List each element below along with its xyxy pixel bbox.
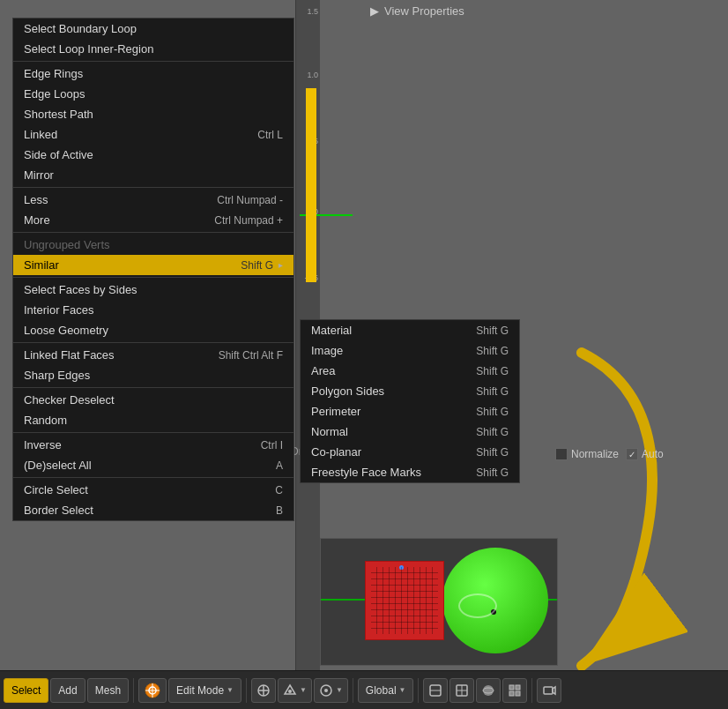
menu-label-similar: Similar xyxy=(24,258,59,272)
separator-toolbar-2 xyxy=(246,678,247,703)
submenu-item-material[interactable]: Material Shift G xyxy=(301,320,519,340)
overlay-toggle-button[interactable] xyxy=(423,678,448,703)
green-sphere xyxy=(442,548,548,653)
submenu-shortcut-normal: Shift G xyxy=(476,426,509,438)
menu-label-inverse: Inverse xyxy=(24,438,62,452)
svg-rect-19 xyxy=(509,685,514,690)
add-button[interactable]: Add xyxy=(50,678,85,703)
sphere-circle xyxy=(458,593,497,618)
menu-item-random[interactable]: Random xyxy=(13,410,293,430)
menu-item-less[interactable]: Less Ctrl Numpad - xyxy=(13,190,293,210)
menu-item-select-boundary-loop[interactable]: Select Boundary Loop xyxy=(13,19,293,39)
svg-rect-20 xyxy=(516,685,520,690)
bottom-toolbar: Select Add Mesh Edit Mode ▼ ▼ xyxy=(0,670,728,709)
menu-item-interior-faces[interactable]: Interior Faces xyxy=(13,300,293,320)
menu-item-deselect-all[interactable]: (De)select All A xyxy=(13,455,293,475)
normalize-checkbox[interactable] xyxy=(555,448,568,460)
menu-item-shortest-path[interactable]: Shortest Path xyxy=(13,104,293,124)
transform-button[interactable] xyxy=(251,678,276,703)
global-arrow: ▼ xyxy=(399,686,406,694)
menu-label-mirror: Mirror xyxy=(24,168,54,182)
view-properties-label: View Properties xyxy=(384,4,464,18)
menu-label-ungrouped-verts: Ungrouped Verts xyxy=(24,238,110,251)
menu-item-mirror[interactable]: Mirror xyxy=(13,165,293,185)
select-button[interactable]: Select xyxy=(4,678,48,703)
shortcut-border-select: B xyxy=(276,504,283,517)
auto-checkbox[interactable]: ✓ xyxy=(626,448,638,460)
menu-label-sharp-edges: Sharp Edges xyxy=(24,369,90,382)
normalize-label: Normalize xyxy=(571,448,619,460)
shortcut-more: Ctrl Numpad + xyxy=(214,214,283,227)
submenu-shortcut-material: Shift G xyxy=(476,325,509,337)
blender-icon xyxy=(145,683,160,698)
menu-item-edge-loops[interactable]: Edge Loops xyxy=(13,84,293,104)
auto-label: Auto xyxy=(642,448,664,460)
menu-item-linked[interactable]: Linked Ctrl L xyxy=(13,124,293,145)
proportional-icon xyxy=(319,683,333,698)
submenu-label-material: Material xyxy=(311,324,352,337)
menu-label-less: Less xyxy=(24,193,48,206)
menu-item-select-faces-by-sides[interactable]: Select Faces by Sides xyxy=(13,280,293,300)
snap-icon xyxy=(283,683,297,698)
grid-button[interactable] xyxy=(502,678,527,703)
overlays-icon xyxy=(428,683,442,698)
normalize-checkbox-item[interactable]: Normalize xyxy=(555,448,619,460)
shortcut-less: Ctrl Numpad - xyxy=(217,194,283,206)
menu-item-select-loop-inner[interactable]: Select Loop Inner-Region xyxy=(13,39,293,59)
solid-button[interactable] xyxy=(476,678,501,703)
camera-icon xyxy=(542,683,556,698)
edit-mode-arrow: ▼ xyxy=(227,686,234,694)
submenu-shortcut-polygon-sides: Shift G xyxy=(476,385,509,398)
submenu-item-perimeter[interactable]: Perimeter Shift G xyxy=(301,401,519,422)
menu-item-circle-select[interactable]: Circle Select C xyxy=(13,480,293,500)
yellow-indicator-bar xyxy=(306,88,316,282)
wire-button[interactable] xyxy=(449,678,474,703)
edit-mode-button[interactable]: Edit Mode ▼ xyxy=(168,678,241,703)
mesh-button[interactable]: Mesh xyxy=(87,678,129,703)
svg-rect-22 xyxy=(516,691,520,696)
submenu-item-co-planar[interactable]: Co-planar Shift G xyxy=(301,442,519,462)
menu-label-more: More xyxy=(24,213,50,227)
menu-item-similar[interactable]: Similar Shift G ▸ xyxy=(13,255,293,275)
menu-label-interior-faces: Interior Faces xyxy=(24,303,93,317)
menu-item-linked-flat-faces[interactable]: Linked Flat Faces Shift Ctrl Alt F xyxy=(13,345,293,365)
submenu-item-normal[interactable]: Normal Shift G xyxy=(301,422,519,442)
shortcut-deselect-all: A xyxy=(276,459,283,472)
menu-item-loose-geometry[interactable]: Loose Geometry xyxy=(13,320,293,340)
separator-toolbar-5 xyxy=(531,678,532,703)
view-properties-arrow: ▶ xyxy=(370,4,379,18)
menu-label-loose-geometry: Loose Geometry xyxy=(24,324,108,337)
blue-dot xyxy=(399,565,404,570)
menu-item-side-of-active[interactable]: Side of Active xyxy=(13,145,293,165)
edit-mode-label: Edit Mode xyxy=(176,684,224,697)
separator-toolbar-4 xyxy=(418,678,419,703)
submenu-item-image[interactable]: Image Shift G xyxy=(301,340,519,361)
menu-item-edge-rings[interactable]: Edge Rings xyxy=(13,63,293,84)
menu-item-inverse[interactable]: Inverse Ctrl I xyxy=(13,435,293,455)
blender-logo-button[interactable] xyxy=(138,678,167,703)
menu-item-more[interactable]: More Ctrl Numpad + xyxy=(13,210,293,230)
submenu-item-freestyle-face-marks[interactable]: Freestyle Face Marks Shift G xyxy=(301,462,519,482)
snap-button[interactable]: ▼ xyxy=(278,678,312,703)
submenu-item-polygon-sides[interactable]: Polygon Sides Shift G xyxy=(301,381,519,401)
menu-item-checker-deselect[interactable]: Checker Deselect xyxy=(13,390,293,410)
submenu-label-polygon-sides: Polygon Sides xyxy=(311,384,384,398)
menu-item-sharp-edges[interactable]: Sharp Edges xyxy=(13,365,293,385)
separator-1 xyxy=(13,61,293,62)
svg-point-11 xyxy=(324,689,328,692)
auto-checkbox-item[interactable]: ✓ Auto xyxy=(626,448,664,460)
view-properties: ▶ View Properties xyxy=(370,4,464,18)
ruler-mark-10: 1.0 xyxy=(296,71,320,79)
submenu-item-area[interactable]: Area Shift G xyxy=(301,361,519,381)
red-cube xyxy=(365,561,444,640)
menu-label-select-faces-by-sides: Select Faces by Sides xyxy=(24,283,137,296)
submenu-shortcut-image: Shift G xyxy=(476,345,509,357)
submenu-label-perimeter: Perimeter xyxy=(311,405,360,418)
proportional-button[interactable]: ▼ xyxy=(314,678,348,703)
menu-label-deselect-all: (De)select All xyxy=(24,459,92,472)
svg-rect-23 xyxy=(544,687,553,694)
arrow-similar: ▸ xyxy=(279,260,283,270)
menu-item-border-select[interactable]: Border Select B xyxy=(13,500,293,520)
global-button[interactable]: Global ▼ xyxy=(358,678,414,703)
camera-ortho-button[interactable] xyxy=(537,678,561,703)
